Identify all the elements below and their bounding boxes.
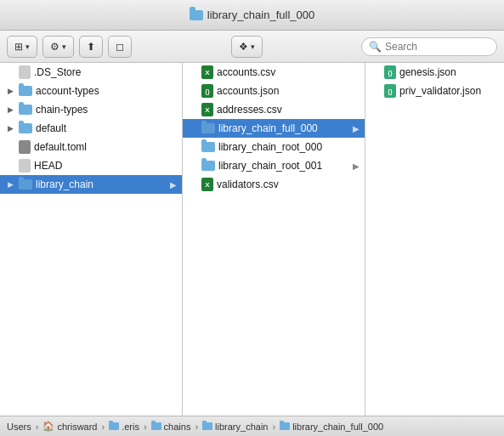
file-label: chain-types — [36, 104, 177, 116]
search-input[interactable] — [385, 41, 490, 53]
list-item[interactable]: ▶ library_chain ▶ — [0, 175, 182, 194]
breadcrumb-label: chains — [164, 422, 191, 432]
list-item[interactable]: HEAD — [0, 156, 182, 175]
tag-icon: ◻ — [116, 41, 124, 53]
breadcrumb-eris[interactable]: .eris — [109, 422, 139, 432]
breadcrumb-label: chrisward — [57, 422, 97, 432]
folder-icon — [280, 422, 290, 430]
action-button[interactable]: ⚙ ▾ — [42, 36, 74, 58]
breadcrumb-sep: › — [195, 422, 198, 432]
expand-placeholder — [188, 67, 198, 77]
list-item[interactable]: accounts.json — [183, 82, 365, 100]
title-folder-icon — [190, 10, 203, 20]
breadcrumb-label: Users — [7, 422, 31, 432]
home-icon: 🏠 — [42, 421, 54, 432]
view-button[interactable]: ⊞ ▾ — [7, 36, 37, 58]
folder-icon — [151, 422, 161, 430]
expand-arrow[interactable]: ▶ — [5, 105, 15, 115]
file-icon — [19, 159, 31, 173]
expand-placeholder — [188, 179, 198, 190]
list-item[interactable]: ▶ default — [0, 119, 182, 138]
expand-placeholder — [188, 123, 198, 133]
chevron-icon: ▶ — [170, 180, 177, 190]
folder-icon — [19, 123, 32, 133]
dropbox-dropdown-icon: ▾ — [251, 42, 255, 51]
dropbox-button[interactable]: ❖ ▾ — [231, 36, 263, 58]
column-2: accounts.csv accounts.json addresses.csv… — [183, 63, 365, 416]
csv-icon — [201, 103, 213, 116]
expand-arrow[interactable]: ▶ — [5, 179, 15, 190]
list-item[interactable]: genesis.json — [365, 63, 504, 82]
file-label: library_chain_root_000 — [218, 141, 360, 153]
file-icon — [19, 65, 31, 79]
grid-icon: ⊞ — [14, 41, 23, 53]
file-label: .DS_Store — [34, 66, 177, 78]
breadcrumb-label: .eris — [122, 422, 139, 432]
file-label: addresses.csv — [217, 104, 360, 116]
json-icon — [201, 84, 213, 98]
breadcrumb-chrisward[interactable]: 🏠 chrisward — [42, 421, 97, 432]
expand-placeholder — [188, 142, 198, 152]
search-box[interactable]: 🔍 — [361, 37, 497, 56]
file-label: accounts.json — [217, 85, 360, 97]
view-dropdown-icon: ▾ — [25, 42, 30, 51]
expand-placeholder — [188, 161, 198, 171]
list-item[interactable]: addresses.csv — [183, 100, 365, 119]
tag-button[interactable]: ◻ — [108, 36, 132, 58]
file-label: default — [36, 122, 177, 134]
folder-icon — [19, 179, 32, 190]
breadcrumb-sep: › — [36, 422, 39, 432]
expand-placeholder — [5, 67, 15, 77]
list-item[interactable]: ▶ chain-types — [0, 100, 182, 119]
folder-icon — [201, 142, 215, 152]
csv-icon — [201, 65, 213, 79]
breadcrumb-users[interactable]: Users — [7, 422, 31, 432]
expand-placeholder — [5, 142, 15, 152]
folder-icon — [202, 422, 212, 430]
folder-icon — [19, 105, 32, 115]
expand-arrow[interactable]: ▶ — [5, 123, 15, 133]
breadcrumb-full-000[interactable]: library_chain_full_000 — [280, 422, 383, 432]
file-label: validators.csv — [217, 178, 360, 190]
folder-icon — [201, 161, 215, 171]
share-button[interactable]: ⬆ — [79, 36, 103, 58]
list-item[interactable]: ▶ account-types — [0, 82, 182, 100]
title-bar: library_chain_full_000 — [0, 0, 504, 31]
file-label: accounts.csv — [217, 66, 360, 78]
column-3: genesis.json priv_validator.json — [365, 63, 504, 416]
list-item[interactable]: library_chain_full_000 ▶ — [183, 119, 365, 138]
csv-icon — [201, 178, 213, 191]
breadcrumb-label: library_chain — [215, 422, 268, 432]
breadcrumb-chains[interactable]: chains — [151, 422, 191, 432]
folder-icon — [201, 123, 215, 133]
list-item[interactable]: library_chain_root_000 — [183, 138, 365, 156]
list-item[interactable]: priv_validator.json — [365, 82, 504, 100]
dropbox-icon: ❖ — [239, 41, 248, 53]
breadcrumb-label: library_chain_full_000 — [292, 422, 383, 432]
json-icon — [384, 65, 396, 79]
finder-columns: .DS_Store ▶ account-types ▶ chain-types … — [0, 63, 504, 416]
breadcrumb-sep: › — [101, 422, 105, 432]
list-item[interactable]: .DS_Store — [0, 63, 182, 82]
list-item[interactable]: accounts.csv — [183, 63, 365, 82]
list-item[interactable]: library_chain_root_001 ▶ — [183, 156, 365, 175]
list-item[interactable]: validators.csv — [183, 175, 365, 194]
file-icon — [19, 140, 31, 154]
file-label: library_chain — [36, 178, 167, 190]
file-label: priv_validator.json — [399, 85, 504, 97]
search-icon: 🔍 — [369, 41, 382, 53]
file-label: library_chain_root_001 — [218, 160, 349, 172]
breadcrumb-library-chain[interactable]: library_chain — [202, 422, 268, 432]
list-item[interactable]: default.toml — [0, 138, 182, 156]
json-icon — [384, 84, 396, 98]
file-label: default.toml — [34, 141, 177, 153]
expand-arrow[interactable]: ▶ — [5, 86, 15, 96]
expand-placeholder — [371, 67, 381, 77]
breadcrumb-sep: › — [144, 422, 147, 432]
expand-placeholder — [188, 86, 198, 96]
folder-icon — [109, 422, 119, 430]
expand-placeholder — [5, 161, 15, 171]
gear-icon: ⚙ — [50, 41, 59, 53]
share-icon: ⬆ — [87, 41, 95, 53]
toolbar: ⊞ ▾ ⚙ ▾ ⬆ ◻ ❖ ▾ 🔍 — [0, 31, 504, 63]
